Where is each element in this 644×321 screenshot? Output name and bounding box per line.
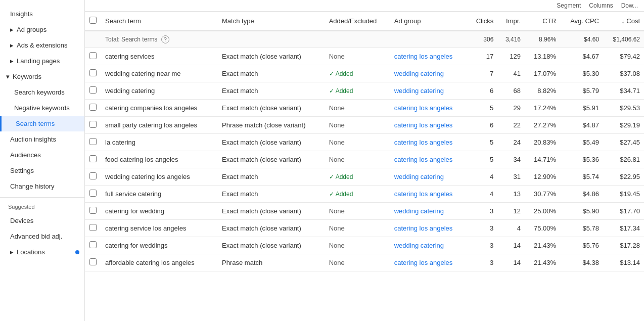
select-all-checkbox[interactable] <box>89 17 97 24</box>
segment-button[interactable]: Segment <box>557 2 581 9</box>
row-checkbox[interactable] <box>89 258 97 265</box>
ad-group-link[interactable]: catering los angeles <box>394 224 453 232</box>
row-ctr: 30.77% <box>525 186 560 203</box>
sidebar-item-label: Advanced bid adj. <box>10 233 62 240</box>
added-badge: Added <box>329 191 386 198</box>
sidebar-item-search-keywords[interactable]: Search keywords <box>0 84 84 100</box>
row-ctr: 12.90% <box>525 168 560 186</box>
table-row: catering companies los angelesExact matc… <box>85 100 644 117</box>
ad-group-link[interactable]: catering los angeles <box>394 139 453 146</box>
sidebar-item-ad-groups[interactable]: ▸ Ad groups <box>0 22 84 37</box>
row-checkbox-cell <box>85 220 101 237</box>
ad-group-link[interactable]: wedding catering <box>394 173 444 180</box>
row-checkbox[interactable] <box>89 104 97 111</box>
ad-group-link[interactable]: catering los angeles <box>394 259 453 266</box>
total-label: Total: Search terms ? <box>101 31 218 48</box>
ad-group-link[interactable]: catering los angeles <box>394 53 453 60</box>
row-checkbox[interactable] <box>89 172 97 179</box>
header-search-term[interactable]: Search term <box>101 12 218 31</box>
table-header-row: Search term Match type Added/Excluded Ad… <box>85 12 644 31</box>
row-checkbox[interactable] <box>89 52 97 59</box>
table-row: la cateringExact match (close variant)No… <box>85 134 644 151</box>
total-match <box>218 31 325 48</box>
row-match-type: Exact match <box>218 168 325 186</box>
header-cost[interactable]: ↓ Cost <box>603 12 644 31</box>
ad-group-link[interactable]: catering los angeles <box>394 121 453 129</box>
row-ad-group: catering los angeles <box>390 220 468 237</box>
row-cost: $22.95 <box>603 168 644 186</box>
row-search-term: full service catering <box>101 186 218 203</box>
none-text: None <box>329 224 345 232</box>
header-impr[interactable]: Impr. <box>497 12 525 31</box>
table-row: wedding catering near meExact match Adde… <box>85 65 644 82</box>
row-search-term: catering services <box>101 48 218 65</box>
row-added-excluded: Added <box>325 82 390 100</box>
sidebar-item-search-terms[interactable]: Search terms <box>0 116 84 131</box>
sidebar-item-devices[interactable]: Devices <box>0 213 84 228</box>
header-ctr[interactable]: CTR <box>525 12 560 31</box>
row-checkbox[interactable] <box>89 138 97 145</box>
sidebar-item-locations[interactable]: ▸ Locations <box>0 244 84 260</box>
sidebar-item-ads-extensions[interactable]: ▸ Ads & extensions <box>0 37 84 53</box>
table-row: small party catering los angelesPhrase m… <box>85 117 644 134</box>
row-checkbox-cell <box>85 203 101 220</box>
ad-group-link[interactable]: wedding catering <box>394 242 444 249</box>
row-clicks: 3 <box>468 254 497 271</box>
row-ad-group: wedding catering <box>390 237 468 254</box>
row-avg-cpc: $5.36 <box>560 151 603 168</box>
row-checkbox[interactable] <box>89 86 97 94</box>
sidebar-item-insights[interactable]: Insights <box>0 6 84 22</box>
row-checkbox[interactable] <box>89 241 97 248</box>
header-added-excluded[interactable]: Added/Excluded <box>325 12 390 31</box>
row-match-type: Exact match <box>218 186 325 203</box>
total-adgroup <box>390 31 468 48</box>
none-text: None <box>329 139 345 146</box>
header-clicks[interactable]: Clicks <box>468 12 497 31</box>
row-ctr: 27.27% <box>525 117 560 134</box>
row-checkbox[interactable] <box>89 190 97 197</box>
row-cost: $19.45 <box>603 186 644 203</box>
row-checkbox[interactable] <box>89 69 97 76</box>
none-text: None <box>329 259 345 266</box>
header-ad-group[interactable]: Ad group <box>390 12 468 31</box>
ad-group-link[interactable]: wedding catering <box>394 207 444 215</box>
sidebar-item-landing-pages[interactable]: ▸ Landing pages <box>0 53 84 69</box>
sidebar-item-audiences[interactable]: Audiences <box>0 147 84 163</box>
row-match-type: Exact match <box>218 82 325 100</box>
row-clicks: 17 <box>468 48 497 65</box>
row-checkbox-cell <box>85 237 101 254</box>
columns-button[interactable]: Columns <box>589 2 613 9</box>
sidebar-item-negative-keywords[interactable]: Negative keywords <box>0 100 84 116</box>
row-ctr: 75.00% <box>525 220 560 237</box>
help-icon[interactable]: ? <box>161 35 169 43</box>
added-badge: Added <box>329 70 386 77</box>
download-button[interactable]: Dow... <box>621 2 638 9</box>
row-match-type: Exact match (close variant) <box>218 48 325 65</box>
ad-group-link[interactable]: catering los angeles <box>394 104 453 112</box>
row-checkbox-cell <box>85 134 101 151</box>
sidebar-item-auction-insights[interactable]: Auction insights <box>0 131 84 147</box>
row-search-term: la catering <box>101 134 218 151</box>
sidebar-item-settings[interactable]: Settings <box>0 163 84 178</box>
chevron-right-icon: ▸ <box>10 41 14 49</box>
header-match-type[interactable]: Match type <box>218 12 325 31</box>
ad-group-link[interactable]: catering los angeles <box>394 156 453 163</box>
total-clicks: 306 <box>468 31 497 48</box>
sidebar-item-change-history[interactable]: Change history <box>0 178 84 194</box>
ad-group-link[interactable]: wedding catering <box>394 70 444 77</box>
row-cost: $13.14 <box>603 254 644 271</box>
row-impr: 129 <box>497 48 525 65</box>
sidebar-item-keywords[interactable]: ▾ Keywords <box>0 69 84 84</box>
row-checkbox[interactable] <box>89 155 97 162</box>
sidebar-item-advanced-bid[interactable]: Advanced bid adj. <box>0 228 84 244</box>
row-clicks: 3 <box>468 220 497 237</box>
row-cost: $34.71 <box>603 82 644 100</box>
row-checkbox-cell <box>85 100 101 117</box>
ad-group-link[interactable]: catering los angeles <box>394 190 453 198</box>
row-checkbox[interactable] <box>89 207 97 214</box>
header-avg-cpc[interactable]: Avg. CPC <box>560 12 603 31</box>
row-checkbox[interactable] <box>89 224 97 231</box>
ad-group-link[interactable]: wedding catering <box>394 87 444 95</box>
row-checkbox[interactable] <box>89 121 97 128</box>
row-avg-cpc: $5.30 <box>560 65 603 82</box>
